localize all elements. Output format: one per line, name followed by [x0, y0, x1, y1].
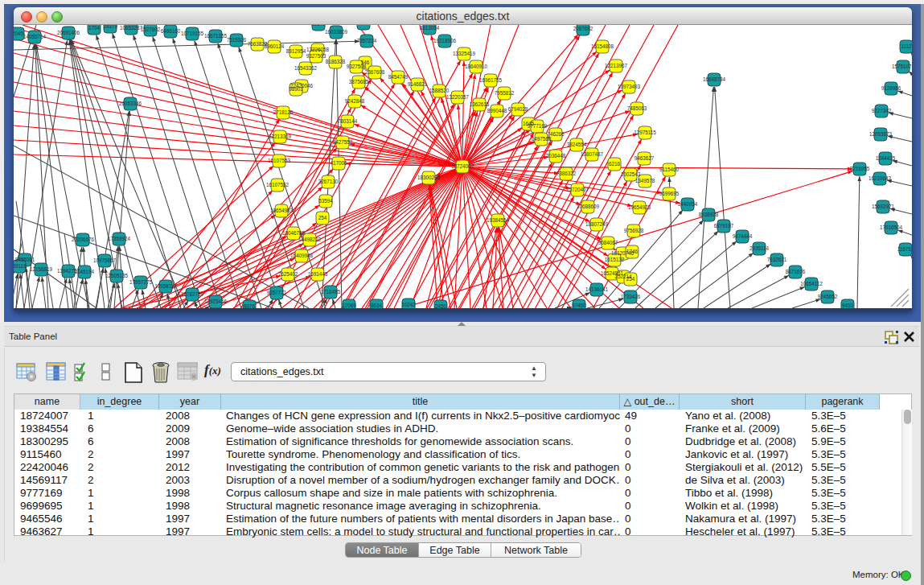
svg-text:1362615: 1362615 [470, 101, 490, 107]
svg-text:20206576: 20206576 [72, 237, 95, 242]
svg-text:16107553: 16107553 [268, 158, 291, 163]
svg-text:1440954: 1440954 [678, 201, 698, 207]
svg-text:1716485: 1716485 [321, 289, 341, 295]
svg-text:1244415: 1244415 [876, 155, 896, 161]
svg-text:16961755: 16961755 [479, 77, 503, 83]
svg-text:8427552: 8427552 [333, 139, 353, 145]
svg-text:7632621: 7632621 [767, 257, 787, 262]
svg-text:9242848: 9242848 [345, 98, 365, 104]
svg-text:12213967: 12213967 [605, 63, 628, 68]
svg-text:9084067: 9084067 [598, 240, 618, 245]
svg-text:3267130: 3267130 [318, 179, 339, 184]
svg-text:18640910: 18640910 [465, 64, 488, 69]
svg-text:17016504: 17016504 [880, 225, 903, 230]
svg-text:16154808: 16154808 [591, 43, 614, 49]
svg-text:97450: 97450 [572, 303, 586, 308]
svg-text:417006: 417006 [330, 160, 347, 166]
svg-text:13220357: 13220357 [446, 94, 470, 100]
svg-text:39119: 39119 [14, 263, 27, 269]
svg-text:16210643: 16210643 [869, 175, 892, 181]
svg-text:6879197: 6879197 [714, 223, 734, 229]
svg-text:13226058: 13226058 [306, 47, 330, 52]
svg-text:10654112: 10654112 [800, 281, 823, 286]
svg-text:17957275: 17957275 [129, 279, 153, 285]
svg-text:7625402: 7625402 [278, 271, 298, 277]
svg-text:8813054: 8813054 [420, 25, 440, 31]
svg-text:1691443: 1691443 [308, 271, 328, 277]
svg-text:18724007: 18724007 [451, 163, 474, 169]
svg-text:9327503: 9327503 [306, 53, 326, 59]
svg-text:19654923: 19654923 [628, 204, 651, 210]
svg-text:2087682: 2087682 [573, 26, 593, 31]
svg-text:19379: 19379 [103, 25, 117, 29]
svg-text:12975115: 12975115 [634, 130, 656, 135]
svg-text:1704: 1704 [88, 25, 101, 31]
svg-text:12213369: 12213369 [269, 134, 292, 139]
svg-text:10242: 10242 [401, 302, 416, 307]
svg-text:9463627: 9463627 [634, 155, 655, 161]
svg-text:12093873: 12093873 [869, 131, 893, 137]
svg-text:10653287: 10653287 [120, 25, 143, 31]
svg-text:9657771: 9657771 [267, 290, 287, 295]
svg-text:3875685: 3875685 [349, 79, 369, 84]
svg-text:16648784: 16648784 [703, 76, 726, 82]
svg-text:9450: 9450 [842, 303, 854, 308]
svg-text:19379: 19379 [311, 25, 326, 27]
svg-text:19384554: 19384554 [487, 217, 510, 223]
svg-text:12156819: 12156819 [30, 266, 53, 272]
svg-text:26053346: 26053346 [119, 101, 142, 106]
svg-text:7955812: 7955812 [495, 90, 515, 96]
svg-text:19218506: 19218506 [433, 38, 457, 43]
svg-text:53594: 53594 [318, 198, 333, 204]
svg-text:3824554: 3824554 [567, 142, 587, 147]
svg-text:16782759: 16782759 [181, 291, 204, 297]
svg-text:8854: 8854 [358, 25, 370, 26]
svg-text:10719155: 10719155 [181, 31, 204, 36]
svg-text:2935114: 2935114 [749, 245, 770, 251]
svg-text:254: 254 [626, 276, 635, 282]
svg-text:2367608: 2367608 [365, 69, 385, 75]
svg-text:8938928: 8938928 [699, 212, 719, 217]
svg-text:19654983: 19654983 [270, 208, 294, 213]
svg-text:17359924: 17359924 [108, 236, 131, 241]
svg-text:7485063: 7485063 [627, 105, 647, 111]
svg-text:9227342: 9227342 [872, 108, 892, 113]
svg-text:12069: 12069 [342, 303, 356, 308]
svg-text:7515526: 7515526 [227, 37, 247, 43]
svg-text:1349578: 1349578 [635, 178, 655, 183]
svg-text:2045: 2045 [14, 31, 23, 36]
svg-text:9146821: 9146821 [408, 81, 428, 87]
svg-text:1733426: 1733426 [621, 294, 641, 299]
svg-text:8186328: 8186328 [326, 59, 346, 64]
svg-text:9699695: 9699695 [659, 191, 680, 196]
svg-text:9245652: 9245652 [818, 294, 838, 299]
svg-text:12923466: 12923466 [204, 299, 228, 304]
svg-text:14055714: 14055714 [23, 34, 47, 39]
svg-text:8634: 8634 [371, 303, 383, 308]
svg-text:10958117: 10958117 [154, 283, 177, 289]
svg-text:18300295: 18300295 [417, 175, 441, 180]
svg-text:9756928: 9756928 [624, 228, 644, 233]
svg-text:18807249: 18807249 [585, 221, 609, 227]
svg-text:1746: 1746 [626, 249, 639, 254]
svg-text:9474444: 9474444 [733, 233, 753, 239]
svg-text:8455061: 8455061 [15, 257, 35, 262]
svg-text:16409948: 16409948 [290, 253, 314, 258]
svg-text:9129966: 9129966 [881, 85, 901, 91]
svg-text:98901: 98901 [289, 86, 303, 92]
svg-text:16543362: 16543362 [294, 65, 318, 71]
svg-text:8454749: 8454749 [388, 74, 409, 80]
svg-text:10688609: 10688609 [577, 204, 600, 209]
svg-text:10975867: 10975867 [93, 257, 117, 263]
svg-text:9327508: 9327508 [347, 64, 367, 69]
svg-text:8215955: 8215955 [850, 166, 870, 171]
svg-text:20691406: 20691406 [57, 30, 80, 35]
svg-text:6497568: 6497568 [532, 136, 552, 142]
svg-text:13325419: 13325419 [453, 51, 476, 56]
svg-text:16107532: 16107532 [266, 182, 290, 187]
svg-text:15751074: 15751074 [892, 64, 912, 69]
svg-text:1527602: 1527602 [141, 27, 161, 32]
svg-text:8960124: 8960124 [265, 43, 285, 49]
svg-text:7803144: 7803144 [338, 118, 358, 124]
svg-text:14136141: 14136141 [585, 286, 609, 292]
